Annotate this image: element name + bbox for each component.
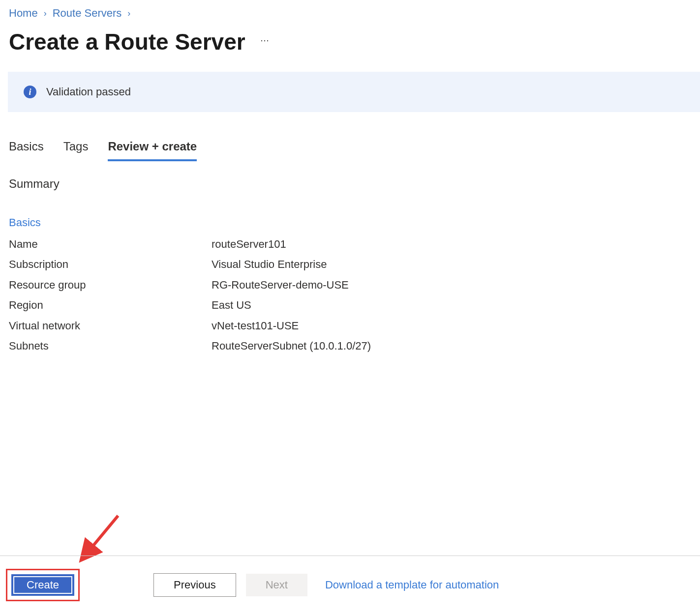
summary-val-rg: RG-RouteServer-demo-USE: [212, 276, 349, 294]
previous-button[interactable]: Previous: [153, 573, 236, 597]
tab-basics[interactable]: Basics: [9, 140, 44, 161]
arrow-annotation-icon: [74, 511, 133, 570]
more-actions-icon[interactable]: ⋯: [260, 35, 270, 49]
section-heading-basics: Basics: [0, 191, 700, 233]
footer-divider: [0, 556, 700, 556]
next-button: Next: [246, 574, 307, 596]
summary-key-subscription: Subscription: [9, 255, 212, 273]
validation-message: Validation passed: [46, 86, 131, 98]
breadcrumb-route-servers[interactable]: Route Servers: [53, 7, 122, 20]
summary-key-name: Name: [9, 235, 212, 253]
summary-val-subnets: RouteServerSubnet (10.0.1.0/27): [212, 337, 371, 355]
chevron-right-icon: ›: [127, 8, 130, 19]
summary-row: Resource group RG-RouteServer-demo-USE: [9, 275, 691, 295]
create-button[interactable]: Create: [11, 574, 74, 596]
validation-banner: i Validation passed: [8, 72, 700, 112]
info-icon: i: [24, 86, 36, 98]
summary-row: Name routeServer101: [9, 234, 691, 254]
summary-key-region: Region: [9, 296, 212, 314]
page-title: Create a Route Server: [9, 29, 245, 55]
summary-val-name: routeServer101: [212, 235, 286, 253]
summary-val-vnet: vNet-test101-USE: [212, 317, 299, 335]
summary-row: Subscription Visual Studio Enterprise: [9, 254, 691, 274]
summary-val-region: East US: [212, 296, 251, 314]
summary-key-rg: Resource group: [9, 276, 212, 294]
summary-val-subscription: Visual Studio Enterprise: [212, 255, 327, 273]
page-title-row: Create a Route Server ⋯: [0, 24, 700, 67]
summary-row: Region East US: [9, 295, 691, 315]
summary-heading: Summary: [0, 161, 700, 191]
tabs: Basics Tags Review + create: [0, 112, 700, 161]
breadcrumb-home[interactable]: Home: [9, 7, 38, 20]
summary-key-vnet: Virtual network: [9, 317, 212, 335]
tab-tags[interactable]: Tags: [63, 140, 89, 161]
highlight-annotation: Create: [6, 569, 80, 601]
svg-line-1: [85, 516, 118, 556]
summary-key-subnets: Subnets: [9, 337, 212, 355]
footer-actions: Create Previous Next Download a template…: [6, 569, 499, 601]
download-template-link[interactable]: Download a template for automation: [325, 579, 499, 591]
summary-row: Virtual network vNet-test101-USE: [9, 316, 691, 336]
breadcrumb: Home › Route Servers ›: [0, 0, 700, 24]
summary-grid: Name routeServer101 Subscription Visual …: [0, 233, 700, 356]
summary-row: Subnets RouteServerSubnet (10.0.1.0/27): [9, 336, 691, 356]
chevron-right-icon: ›: [44, 8, 47, 19]
tab-review-create[interactable]: Review + create: [108, 140, 197, 161]
